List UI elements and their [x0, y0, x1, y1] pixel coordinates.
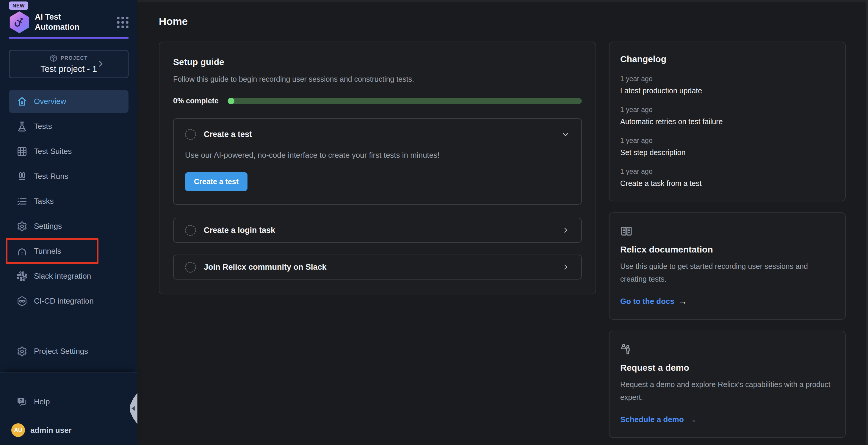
app-logo-row: AI Test Automation	[9, 11, 128, 33]
sidebar-item-label: Test Suites	[34, 147, 72, 156]
changelog-entry: 1 year ago Create a task from a test	[620, 168, 834, 188]
sidebar-nav: Overview Tests Test Suites	[9, 90, 128, 363]
users-icon	[620, 343, 834, 355]
changelog-text: Automatic retries on test failure	[620, 117, 834, 126]
setup-step-title: Create a login task	[204, 226, 275, 235]
create-a-test-button[interactable]: Create a test	[185, 172, 247, 191]
changelog-time: 1 year ago	[620, 137, 834, 145]
flask-icon	[17, 121, 27, 132]
help-button[interactable]: ? Help	[9, 390, 128, 413]
setup-step-description: Use our AI-powered, no-code interface to…	[185, 150, 570, 160]
sidebar-item-settings[interactable]: Settings	[9, 215, 128, 238]
home-icon	[17, 96, 27, 107]
sidebar-item-label: Overview	[34, 97, 66, 106]
go-to-docs-link-row[interactable]: Go to the docs →	[620, 297, 834, 306]
setup-step-join-slack-community[interactable]: Join Relicx community on Slack	[173, 254, 582, 279]
changelog-text: Latest production update	[620, 87, 834, 95]
setup-progress: 0% complete	[173, 97, 582, 105]
page-title: Home	[159, 15, 846, 27]
collapse-left-arrow-icon	[131, 406, 135, 411]
schedule-demo-link[interactable]: Schedule a demo	[620, 415, 684, 424]
slack-icon	[17, 271, 27, 282]
test-runs-icon	[17, 171, 27, 182]
changelog-title: Changelog	[620, 54, 834, 64]
sidebar-item-label: Tests	[34, 122, 52, 131]
incomplete-step-icon	[185, 262, 196, 273]
request-demo-card: Request a demo Request a demo and explor…	[609, 331, 846, 438]
tunnel-icon	[17, 246, 27, 256]
sidebar-item-project-settings[interactable]: Project Settings	[9, 340, 128, 363]
sidebar-item-test-runs[interactable]: Test Runs	[9, 165, 128, 188]
changelog-time: 1 year ago	[620, 75, 834, 83]
sidebar-item-tasks[interactable]: Tasks	[9, 190, 128, 213]
chevron-right-icon	[562, 226, 570, 234]
infinity-hexagon-icon	[17, 296, 27, 307]
task-list-icon	[17, 196, 27, 207]
changelog-card: Changelog 1 year ago Latest production u…	[609, 42, 846, 201]
sidebar-item-test-suites[interactable]: Test Suites	[9, 140, 128, 163]
sidebar-item-label: CI-CD integration	[34, 297, 94, 306]
sidebar-item-tests[interactable]: Tests	[9, 115, 128, 138]
request-demo-description: Request a demo and explore Relicx's capa…	[620, 378, 834, 404]
changelog-entry: 1 year ago Automatic retries on test fai…	[620, 106, 834, 126]
schedule-demo-link-row[interactable]: Schedule a demo →	[620, 415, 834, 424]
documentation-description: Use this guide to get started recording …	[620, 260, 834, 285]
setup-guide-card: Setup guide Follow this guide to begin r…	[159, 42, 596, 295]
changelog-time: 1 year ago	[620, 168, 834, 176]
changelog-entry: 1 year ago Set step description	[620, 137, 834, 157]
sidebar-item-label: Slack integration	[34, 272, 91, 281]
arrow-right-icon: →	[688, 415, 697, 424]
project-selector[interactable]: PROJECT Test project - 1	[9, 50, 128, 78]
avatar: AU	[11, 423, 25, 437]
setup-step-header[interactable]: Create a test	[185, 129, 570, 140]
go-to-docs-link[interactable]: Go to the docs	[620, 297, 674, 306]
sidebar-footer: ? Help AU admin user	[0, 373, 137, 445]
changelog-text: Set step description	[620, 148, 834, 157]
sidebar: NEW AI Test Automation PROJECT Test proj	[0, 0, 137, 445]
help-label: Help	[34, 397, 50, 406]
sidebar-item-slack-integration[interactable]: Slack integration	[9, 265, 128, 287]
table-grid-icon	[17, 146, 27, 157]
app-title: AI Test Automation	[35, 12, 93, 32]
chevron-down-icon[interactable]	[561, 130, 570, 139]
sidebar-item-label: Tunnels	[34, 246, 61, 256]
sidebar-item-label: Project Settings	[34, 347, 88, 356]
incomplete-step-icon	[185, 225, 196, 236]
changelog-time: 1 year ago	[620, 106, 834, 114]
project-label: PROJECT	[61, 55, 88, 61]
new-badge: NEW	[9, 1, 28, 10]
incomplete-step-icon	[185, 129, 196, 140]
sidebar-item-label: Tasks	[34, 197, 54, 206]
user-name: admin user	[30, 426, 72, 435]
user-menu[interactable]: AU admin user	[9, 423, 128, 437]
chevron-right-icon	[96, 60, 105, 68]
sidebar-item-label: Settings	[34, 221, 62, 231]
open-book-icon	[620, 225, 834, 237]
changelog-text: Create a task from a test	[620, 179, 834, 188]
package-icon	[50, 54, 57, 62]
sidebar-item-cicd-integration[interactable]: CI-CD integration	[9, 289, 128, 312]
sidebar-item-label: Test Runs	[34, 172, 68, 181]
sidebar-item-tunnels[interactable]: Tunnels	[9, 240, 128, 263]
setup-step-create-a-test: Create a test Use our AI-powered, no-cod…	[173, 118, 582, 205]
gear-icon	[17, 346, 27, 357]
app-logo-icon	[9, 11, 30, 33]
setup-step-title: Create a test	[204, 130, 252, 139]
gear-icon	[17, 221, 27, 232]
setup-guide-description: Follow this guide to begin recording use…	[173, 75, 582, 83]
project-name: Test project - 1	[40, 64, 97, 74]
help-chat-icon: ?	[17, 397, 27, 407]
progress-dot	[228, 98, 235, 104]
right-column: Changelog 1 year ago Latest production u…	[609, 42, 846, 438]
documentation-title: Relicx documentation	[620, 244, 834, 254]
sidebar-divider	[9, 328, 128, 328]
setup-guide-title: Setup guide	[173, 57, 582, 67]
setup-step-title: Join Relicx community on Slack	[204, 263, 327, 272]
sidebar-item-overview[interactable]: Overview	[9, 90, 128, 113]
main-content: Home Setup guide Follow this guide to be…	[137, 0, 868, 445]
progress-bar	[227, 98, 582, 104]
setup-step-create-a-login-task[interactable]: Create a login task	[173, 218, 582, 243]
apps-grid-icon[interactable]	[117, 16, 128, 28]
chevron-right-icon	[562, 263, 570, 271]
brand-divider	[9, 37, 128, 39]
